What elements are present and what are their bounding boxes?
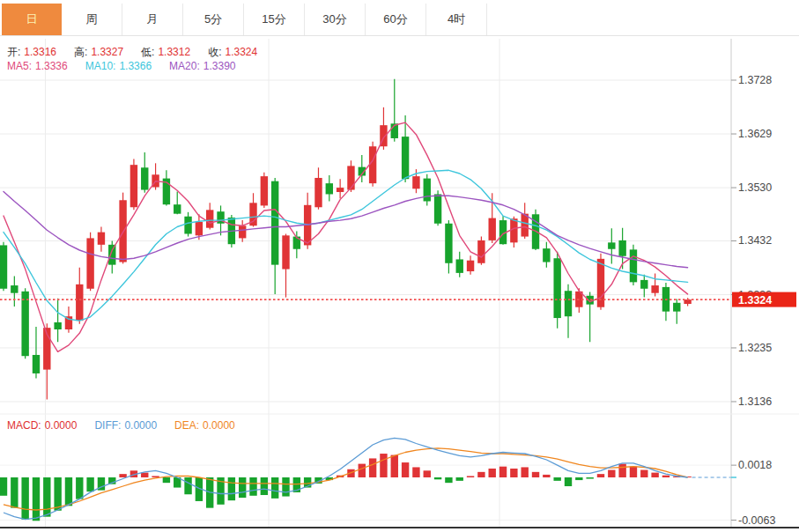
tab-timeframe-1[interactable]: 周 bbox=[62, 4, 122, 35]
candle-body bbox=[174, 204, 181, 213]
tab-timeframe-4[interactable]: 15分 bbox=[244, 4, 305, 35]
candle-body bbox=[271, 181, 278, 265]
legend-value: 1.3390 bbox=[203, 60, 236, 72]
candle-body bbox=[510, 218, 517, 242]
legend-value: 1.3327 bbox=[91, 46, 123, 58]
candle-body bbox=[565, 291, 572, 316]
candle-body bbox=[196, 222, 203, 235]
candle-body bbox=[402, 137, 409, 179]
candle-body bbox=[608, 242, 615, 248]
macd-bar bbox=[434, 477, 441, 479]
macd-bar bbox=[380, 454, 387, 477]
macd-bar bbox=[391, 455, 398, 477]
macd-bar bbox=[163, 477, 170, 483]
candle-body bbox=[412, 176, 419, 188]
macd-bar bbox=[21, 477, 28, 520]
price-axis-label: 1.3728 bbox=[738, 74, 772, 86]
macd-bar bbox=[521, 467, 528, 477]
tab-timeframe-3[interactable]: 5分 bbox=[183, 4, 244, 35]
macd-bar bbox=[184, 477, 191, 494]
candle-body bbox=[477, 240, 485, 263]
macd-bar bbox=[54, 477, 61, 511]
legend-label: MA10: bbox=[85, 60, 116, 72]
macd-bar bbox=[86, 477, 93, 491]
candle-body bbox=[65, 316, 72, 329]
timeframe-tab-bar: 日周月5分15分30分60分4时 bbox=[0, 0, 799, 36]
macd-bar bbox=[651, 473, 658, 477]
candle-body bbox=[108, 245, 115, 265]
candle-body bbox=[184, 217, 191, 234]
candle-body bbox=[54, 322, 61, 329]
macd-bar bbox=[261, 477, 268, 495]
tab-timeframe-2[interactable]: 月 bbox=[122, 4, 183, 35]
price-axis-label: 1.3530 bbox=[738, 181, 772, 194]
candle-body bbox=[261, 176, 268, 205]
macd-bar bbox=[424, 470, 431, 477]
tab-timeframe-5[interactable]: 30分 bbox=[305, 4, 366, 35]
macd-bar bbox=[618, 464, 625, 477]
tab-timeframe-6[interactable]: 60分 bbox=[366, 4, 426, 35]
macd-bar bbox=[630, 467, 637, 477]
candle-body bbox=[347, 166, 354, 189]
tab-timeframe-0[interactable]: 日 bbox=[2, 4, 62, 35]
macd-legend-item: MACD:0.0000 bbox=[7, 419, 80, 432]
candle-body bbox=[651, 285, 658, 293]
candle-body bbox=[86, 238, 93, 288]
candle-body bbox=[314, 178, 322, 207]
candle-body bbox=[76, 284, 83, 321]
macd-bar bbox=[239, 477, 246, 498]
macd-bar bbox=[402, 462, 409, 477]
macd-bar bbox=[43, 477, 50, 517]
macd-bar bbox=[65, 477, 72, 506]
macd-bar bbox=[369, 458, 376, 477]
legend-value: 0.0000 bbox=[45, 419, 78, 432]
candle-body bbox=[640, 280, 647, 289]
trading-chart-app: 1.37281.36291.35301.34321.33331.32351.31… bbox=[0, 0, 799, 532]
ohlc-legend-item: 收:1.3324 bbox=[208, 46, 261, 58]
candle-body bbox=[456, 259, 463, 272]
macd-bar bbox=[489, 469, 496, 477]
tab-timeframe-7[interactable]: 4时 bbox=[426, 4, 487, 35]
macd-bar bbox=[456, 477, 463, 481]
candle-body bbox=[673, 303, 680, 312]
legend-label: DEA: bbox=[174, 419, 199, 432]
legend-value: 0.0000 bbox=[124, 419, 157, 432]
ma-legend-item: MA20:1.3390 bbox=[169, 60, 239, 72]
candle-body bbox=[467, 261, 474, 271]
legend-label: MA5: bbox=[7, 60, 32, 72]
legend-label: 开: bbox=[7, 46, 20, 58]
candle-body bbox=[21, 292, 28, 356]
price-axis-label: 1.3235 bbox=[738, 342, 772, 354]
candlestick-chart-canvas[interactable]: 1.37281.36291.35301.34321.33331.32351.31… bbox=[0, 0, 799, 532]
ma-legend: MA5:1.3336MA10:1.3366MA20:1.3390 bbox=[7, 60, 254, 72]
candle-body bbox=[206, 210, 213, 227]
ohlc-legend-item: 高:1.3327 bbox=[74, 46, 127, 58]
macd-bar bbox=[543, 475, 550, 477]
macd-bar bbox=[11, 477, 18, 508]
candle-body bbox=[424, 179, 431, 202]
macd-bar bbox=[141, 473, 148, 477]
macd-legend-item: DEA:0.0000 bbox=[174, 419, 239, 432]
candle-body bbox=[141, 167, 148, 189]
macd-bar bbox=[33, 477, 40, 521]
legend-value: 1.3366 bbox=[119, 60, 152, 72]
macd-bar bbox=[575, 477, 582, 480]
legend-value: 1.3336 bbox=[35, 60, 68, 72]
macd-bar bbox=[565, 477, 572, 486]
macd-bar bbox=[76, 477, 83, 499]
candle-body bbox=[33, 355, 40, 373]
macd-bar bbox=[445, 477, 452, 483]
macd-axis-label: 0.0018 bbox=[738, 459, 772, 471]
legend-value: 1.3324 bbox=[225, 46, 257, 58]
candle-body bbox=[618, 240, 625, 256]
dea-line bbox=[4, 448, 688, 510]
macd-bar bbox=[640, 470, 647, 477]
legend-label: DIFF: bbox=[94, 419, 121, 432]
macd-bar bbox=[412, 467, 419, 477]
macd-bar bbox=[271, 477, 278, 499]
ohlc-legend: 开:1.3316高:1.3327低:1.3312收:1.3324 bbox=[7, 45, 275, 60]
candle-body bbox=[630, 249, 637, 282]
current-price-badge-value: 1.3324 bbox=[738, 294, 772, 307]
macd-bar bbox=[249, 477, 256, 496]
candle-body bbox=[326, 183, 333, 194]
